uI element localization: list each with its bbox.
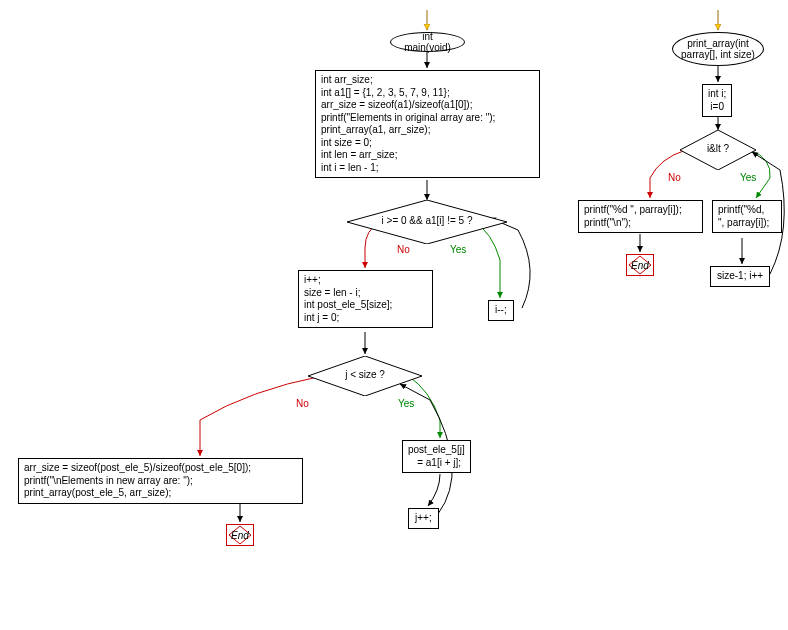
- print-array-yes-after: size-1; i++: [710, 266, 770, 287]
- print-array-start-oval: print_array(int parray[], int size): [672, 32, 764, 66]
- main-cond2-yes-label: Yes: [398, 398, 414, 409]
- print-array-start-label: print_array(int parray[], int size): [681, 38, 755, 60]
- main-cond2-yes-after: j++;: [408, 508, 439, 529]
- main-final-block: arr_size = sizeof(post_ele_5)/sizeof(pos…: [18, 458, 303, 504]
- main-cond2-yes-body: post_ele_5[j] = a1[i + j];: [402, 440, 471, 473]
- main-start-label: int main(void): [399, 31, 456, 53]
- print-array-end-label: End: [631, 260, 649, 271]
- main-cond1-text: i >= 0 && a1[i] != 5 ?: [347, 215, 507, 226]
- main-start-oval: int main(void): [390, 32, 465, 52]
- print-array-cond-text: i&lt ?: [680, 143, 756, 154]
- main-cond2-text: j < size ?: [308, 369, 422, 380]
- main-end-label: End: [231, 530, 249, 541]
- main-cond1-no-block: i++; size = len - i; int post_ele_5[size…: [298, 270, 433, 328]
- main-cond2-no-label: No: [296, 398, 309, 409]
- main-cond1-no-label: No: [397, 244, 410, 255]
- print-array-yes-body: printf("%d, ", parray[i]);: [712, 200, 782, 233]
- print-array-end-node: End: [626, 254, 654, 276]
- print-array-init-block: int i; i=0: [702, 84, 732, 117]
- main-cond1-yes-body: i--;: [488, 300, 514, 321]
- main-init-block: int arr_size; int a1[] = {1, 2, 3, 5, 7,…: [315, 70, 540, 178]
- print-array-no-label: No: [668, 172, 681, 183]
- print-array-no-block: printf("%d ", parray[i]); printf("\n");: [578, 200, 703, 233]
- print-array-yes-label: Yes: [740, 172, 756, 183]
- main-cond1-yes-label: Yes: [450, 244, 466, 255]
- main-end-node: End: [226, 524, 254, 546]
